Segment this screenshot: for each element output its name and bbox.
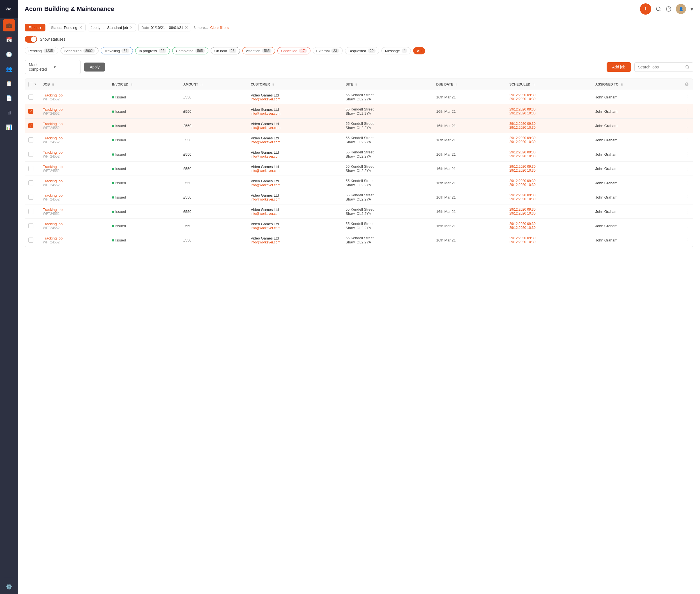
invoiced-value: Issued xyxy=(115,124,126,128)
row-checkbox[interactable] xyxy=(28,237,33,242)
row-more-icon[interactable]: ⋮ xyxy=(685,152,690,157)
row-more-icon[interactable]: ⋮ xyxy=(685,180,690,186)
chip-travelling[interactable]: Travelling 84 xyxy=(101,47,133,55)
job-link[interactable]: Tracking job xyxy=(43,236,105,240)
row-checkbox[interactable]: ✓ xyxy=(28,109,33,114)
assigned-to: John Graham xyxy=(595,109,618,113)
settings-icon[interactable]: ⚙ xyxy=(685,82,689,87)
row-more-icon[interactable]: ⋮ xyxy=(685,223,690,229)
site-address2: Shaw, OL2 2YA xyxy=(345,240,429,244)
customer-email[interactable]: info@workever.com xyxy=(251,111,339,116)
row-more-icon[interactable]: ⋮ xyxy=(685,194,690,200)
row-checkbox[interactable] xyxy=(28,137,33,142)
job-link[interactable]: Tracking job xyxy=(43,136,105,140)
sidebar-item-settings[interactable]: ⚙️ xyxy=(3,581,15,593)
sidebar-item-quotes[interactable]: 📋 xyxy=(3,77,15,90)
clear-filters[interactable]: Clear filters xyxy=(210,26,229,30)
row-more-icon[interactable]: ⋮ xyxy=(685,94,690,100)
customer-email[interactable]: info@workever.com xyxy=(251,97,339,101)
customer-email[interactable]: info@workever.com xyxy=(251,197,339,201)
customer-email[interactable]: info@workever.com xyxy=(251,140,339,144)
customer-email[interactable]: info@workever.com xyxy=(251,212,339,216)
scheduled-start: 29/12:2020 09:30 xyxy=(509,122,589,126)
remove-filter-date[interactable]: ✕ xyxy=(185,25,188,30)
row-checkbox[interactable] xyxy=(28,166,33,171)
chip-all[interactable]: All xyxy=(413,47,425,55)
row-more-icon[interactable]: ⋮ xyxy=(685,209,690,214)
job-link[interactable]: Tracking job xyxy=(43,207,105,212)
help-icon[interactable] xyxy=(666,6,671,12)
filters-button[interactable]: Filters ▾ xyxy=(25,24,45,31)
col-invoiced: INVOICED ⇅ xyxy=(108,79,180,90)
filter-tag-jobtype[interactable]: Job type: Standard job ✕ xyxy=(88,24,136,31)
assigned-to: John Graham xyxy=(595,124,618,128)
row-more-icon[interactable]: ⋮ xyxy=(685,237,690,243)
sidebar-item-schedule[interactable]: 📅 xyxy=(3,34,15,46)
action-select[interactable]: Mark completed ▾ xyxy=(25,60,81,74)
job-link[interactable]: Tracking job xyxy=(43,93,105,97)
site-address: 55 Kendell Street xyxy=(345,222,429,226)
job-link[interactable]: Tracking job xyxy=(43,179,105,183)
chip-cancelled[interactable]: Cancelled 17 xyxy=(277,47,310,55)
customer-email[interactable]: info@workever.com xyxy=(251,183,339,187)
customer-email[interactable]: info@workever.com xyxy=(251,169,339,173)
row-more-icon[interactable]: ⋮ xyxy=(685,123,690,128)
job-id: WFT24552 xyxy=(43,126,105,130)
customer-email[interactable]: info@workever.com xyxy=(251,240,339,244)
due-date-value: 16th Mar 21 xyxy=(436,95,456,99)
job-link[interactable]: Tracking job xyxy=(43,122,105,126)
row-more-icon[interactable]: ⋮ xyxy=(685,137,690,143)
sidebar-item-reports[interactable]: 📊 xyxy=(3,121,15,133)
show-statuses-toggle[interactable] xyxy=(25,36,37,43)
chip-scheduled[interactable]: Scheduled 8902 xyxy=(61,47,98,55)
row-checkbox[interactable] xyxy=(28,152,33,157)
add-button[interactable]: + xyxy=(640,3,651,14)
job-link[interactable]: Tracking job xyxy=(43,150,105,155)
chip-external[interactable]: External 23 xyxy=(313,47,343,55)
chip-message[interactable]: Message 4 xyxy=(381,47,411,55)
chip-in-progress[interactable]: In progress 22 xyxy=(135,47,170,55)
more-filters[interactable]: 3 more... xyxy=(194,26,208,30)
row-more-icon[interactable]: ⋮ xyxy=(685,166,690,171)
row-checkbox[interactable] xyxy=(28,180,33,186)
sidebar-item-history[interactable]: 🕐 xyxy=(3,48,15,61)
customer-email[interactable]: info@workever.com xyxy=(251,226,339,230)
customer-email[interactable]: info@workever.com xyxy=(251,155,339,159)
job-link[interactable]: Tracking job xyxy=(43,222,105,226)
search-input[interactable] xyxy=(638,65,683,69)
chip-attention[interactable]: Attention 565 xyxy=(242,47,275,55)
row-checkbox[interactable] xyxy=(28,95,33,100)
avatar[interactable]: 👤 xyxy=(676,4,686,14)
select-chevron[interactable]: ▾ xyxy=(34,82,36,86)
remove-filter-status[interactable]: ✕ xyxy=(79,25,82,30)
chip-pending[interactable]: Pending 1235 xyxy=(25,47,58,55)
row-more-icon[interactable]: ⋮ xyxy=(685,108,690,114)
chip-on-hold[interactable]: On hold 28 xyxy=(211,47,240,55)
sidebar-divider xyxy=(4,577,13,577)
filter-tag-date[interactable]: Date 01/10/21 – 08/01/21 ✕ xyxy=(138,24,191,31)
due-date-value: 16th Mar 21 xyxy=(436,138,456,142)
sidebar-item-jobs[interactable]: 💼 xyxy=(3,19,15,31)
sidebar-item-dashboard[interactable]: 🖥 xyxy=(3,106,15,119)
filter-tag-status[interactable]: Status: Pending ✕ xyxy=(48,24,85,31)
row-checkbox[interactable] xyxy=(28,223,33,228)
sidebar-item-customers[interactable]: 👥 xyxy=(3,63,15,75)
user-menu-chevron[interactable]: ▾ xyxy=(691,6,693,12)
apply-button[interactable]: Apply xyxy=(84,63,105,71)
job-link[interactable]: Tracking job xyxy=(43,193,105,197)
remove-filter-jobtype[interactable]: ✕ xyxy=(130,25,133,30)
sidebar-item-invoices[interactable]: 📄 xyxy=(3,92,15,104)
row-checkbox[interactable] xyxy=(28,195,33,200)
chip-requested[interactable]: Requested 29 xyxy=(345,47,379,55)
chip-completed[interactable]: Completed 565 xyxy=(172,47,208,55)
job-link[interactable]: Tracking job xyxy=(43,165,105,169)
row-checkbox[interactable] xyxy=(28,209,33,214)
search-icon[interactable] xyxy=(656,6,661,12)
select-all-checkbox[interactable] xyxy=(28,82,33,87)
job-link[interactable]: Tracking job xyxy=(43,107,105,111)
add-job-button[interactable]: Add job xyxy=(607,62,631,72)
invoiced-status-dot xyxy=(112,139,114,141)
customer-email[interactable]: info@workever.com xyxy=(251,126,339,130)
row-checkbox[interactable]: ✓ xyxy=(28,123,33,128)
job-id: WFT24552 xyxy=(43,212,105,216)
